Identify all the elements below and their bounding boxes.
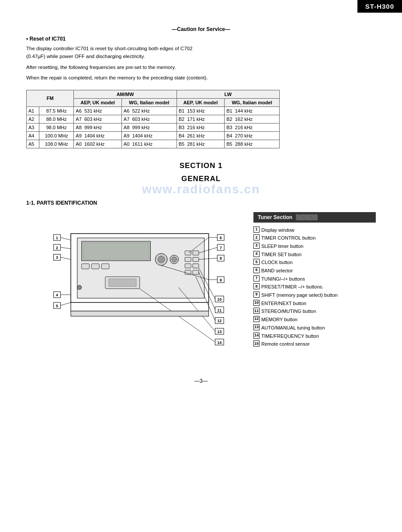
svg-rect-4 [82, 264, 90, 269]
legend-num-5: 5 [253, 259, 260, 265]
th-lw: LW [177, 90, 279, 98]
list-item: 12 MEMORY button [253, 316, 376, 324]
svg-line-30 [60, 257, 71, 259]
table-row: A3 98.0 MHz A8 999 kHz A8 999 kHz B3 216… [27, 123, 280, 131]
svg-line-27 [60, 247, 71, 248]
frequency-table: FM AM/MW LW AEP, UK model WG, Italian mo… [26, 90, 280, 148]
legend-label-4: TIMER SET button [261, 251, 302, 259]
svg-rect-15 [185, 264, 191, 268]
legend-num-4: 4 [253, 251, 260, 257]
legend-label-10: ENTER/NEXT button [261, 299, 306, 308]
svg-text:9: 9 [220, 278, 222, 282]
svg-text:2: 2 [56, 245, 58, 250]
list-item: 11 STEREO/MUTING button [253, 307, 376, 316]
legend-num-12: 12 [253, 316, 260, 322]
tuner-svg: 1 2 3 4 5 6 [26, 212, 240, 365]
svg-rect-3 [83, 243, 149, 259]
freq-table-wrapper: FM AM/MW LW AEP, UK model WG, Italian mo… [26, 90, 376, 148]
svg-rect-18 [193, 270, 199, 275]
svg-rect-69 [71, 311, 208, 316]
svg-text:3: 3 [56, 255, 58, 260]
legend-label-1: Display window [261, 226, 295, 234]
legend-label-3: SLEEP timer button [261, 242, 303, 251]
list-item: 4 TIMER SET button [253, 251, 376, 259]
list-item: 8 PRESET/TIMER –/+ buttons. [253, 283, 376, 291]
legend-title: Tuner Section [258, 214, 292, 220]
legend-label-12: MEMORY button [261, 316, 298, 324]
legend-num-6: 6 [253, 267, 260, 273]
legend-num-13: 13 [253, 324, 260, 330]
svg-point-8 [158, 256, 165, 263]
legend-num-14: 14 [253, 333, 260, 339]
page-number: —3— [26, 378, 376, 384]
list-item: 14 TIME/FREQUENCY button [253, 332, 376, 340]
legend-label-6: BAND selector [261, 267, 293, 275]
legend-label-15: Remote control sensor [261, 340, 310, 348]
svg-rect-5 [91, 264, 99, 269]
th-ammw-wg: WG, Italian model [121, 98, 177, 106]
parts-title: 1-1. PARTS IDENTIFICATION [26, 200, 376, 206]
svg-text:4: 4 [56, 293, 58, 297]
svg-rect-12 [193, 251, 199, 255]
th-fm: FM [27, 90, 74, 106]
svg-text:11: 11 [217, 308, 222, 312]
legend-label-14: TIME/FREQUENCY button [261, 332, 319, 340]
svg-text:13: 13 [217, 329, 222, 334]
th-lw-aep: AEP, UK model [177, 98, 225, 106]
svg-rect-13 [185, 257, 191, 261]
legend-num-7: 7 [253, 275, 260, 281]
svg-line-24 [60, 237, 71, 240]
svg-text:12: 12 [217, 319, 222, 323]
caution-para-2: After resetting, the following frequenci… [26, 63, 210, 71]
tuner-diagram: 1 2 3 4 5 6 [26, 212, 240, 365]
list-item: 6 BAND selector [253, 267, 376, 275]
list-item: 10 ENTER/NEXT button [253, 299, 376, 308]
legend-label-2: TIMER CONTROL button [261, 234, 315, 242]
svg-rect-6 [101, 264, 109, 269]
svg-text:7: 7 [220, 245, 222, 250]
caution-para-1: The display controller IC701 is reset by… [26, 45, 210, 61]
table-row: A2 88.0 MHz A7 603 kHz A7 603 kHz B2 171… [27, 115, 280, 123]
list-item: 9 SHIFT (memory page select) button [253, 291, 376, 299]
svg-rect-17 [185, 270, 191, 275]
list-item: 5 CLOCK button [253, 258, 376, 267]
table-row: A1 87.5 MHz A6 531 kHz A6 522 kHz B1 153… [27, 106, 280, 115]
legend-label-7: TUNING/–/+ buttons [261, 275, 305, 283]
svg-point-10 [172, 257, 177, 262]
svg-rect-16 [193, 264, 199, 268]
list-item: 1 Display window [253, 226, 376, 234]
reset-ic-title: Reset of IC701 [26, 36, 376, 42]
legend-num-8: 8 [253, 283, 260, 289]
legend-label-13: AUTO/MANUAL tuning button [261, 324, 325, 332]
watermark: www.radiofans.cn [26, 182, 376, 196]
legend-num-3: 3 [253, 243, 260, 249]
legend-num-2: 2 [253, 234, 260, 240]
table-row: A5 108.0 MHz A0 1602 kHz A0 1611 kHz B5 … [27, 140, 280, 148]
svg-line-36 [60, 302, 71, 305]
legend-list: 1 Display window 2 TIMER CONTROL button … [253, 226, 376, 348]
legend-label-5: CLOCK button [261, 258, 293, 267]
legend-label-11: STEREO/MUTING button [261, 307, 316, 316]
legend-num-11: 11 [253, 308, 260, 314]
caution-title: —Caution for Service— [26, 26, 376, 32]
list-item: 3 SLEEP timer button [253, 242, 376, 251]
th-ammw-aep: AEP, UK model [74, 98, 122, 106]
list-item: 15 Remote control sensor [253, 340, 376, 348]
tuner-legend: Tuner Section 1 Display window 2 TIMER C… [253, 212, 376, 365]
th-lw-wg: WG, Italian model [225, 98, 280, 106]
svg-point-19 [77, 285, 82, 289]
svg-rect-21 [109, 278, 136, 286]
legend-label-8: PRESET/TIMER –/+ buttons. [261, 283, 323, 291]
model-label: ST-H300 [357, 0, 402, 13]
th-ammw: AM/MW [74, 90, 177, 98]
svg-text:6: 6 [220, 236, 222, 240]
caution-para-3: When the repair is completed, return the… [26, 74, 210, 82]
section-heading-2: GENERAL [26, 175, 376, 183]
svg-text:5: 5 [56, 303, 58, 308]
section-heading-1: SECTION 1 [26, 161, 376, 170]
legend-num-9: 9 [253, 292, 260, 298]
svg-text:10: 10 [217, 297, 222, 302]
svg-text:8: 8 [220, 256, 222, 261]
diagram-area: 1 2 3 4 5 6 [26, 212, 376, 365]
svg-rect-14 [193, 257, 199, 261]
